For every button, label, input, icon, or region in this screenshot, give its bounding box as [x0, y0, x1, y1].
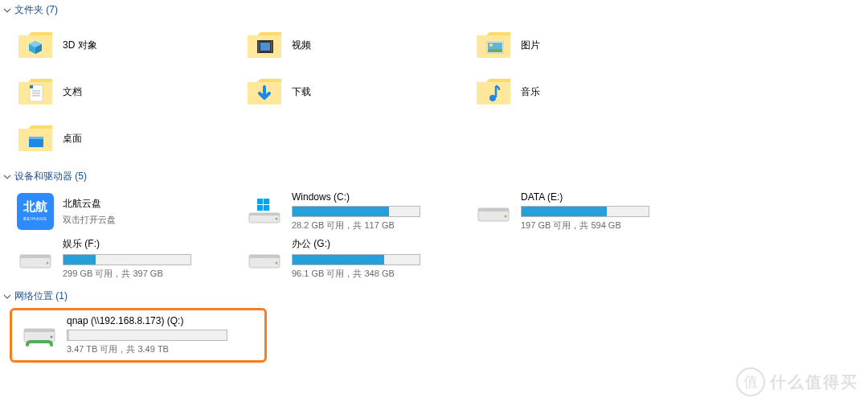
svg-rect-27	[478, 208, 509, 211]
svg-rect-36	[24, 329, 55, 332]
drive-office-g[interactable]: 办公 (G:) 96.1 GB 可用，共 348 GB	[239, 235, 468, 281]
drive-icon	[16, 239, 55, 277]
drive-title: qnap (\\192.168.8.173) (Q:)	[67, 315, 256, 326]
svg-rect-23	[264, 199, 269, 204]
svg-rect-15	[29, 137, 43, 139]
drive-icon	[474, 192, 513, 231]
chevron-down-icon	[3, 293, 11, 301]
svg-point-7	[489, 43, 493, 47]
folder-label: 下载	[284, 85, 311, 99]
drive-usage-bar	[63, 254, 191, 265]
folder-label: 视频	[284, 39, 311, 52]
svg-rect-3	[260, 43, 270, 51]
svg-rect-2	[271, 41, 272, 52]
cloud-app-icon: 北航BEIHANG	[16, 192, 55, 231]
folder-icon-desktop	[16, 119, 55, 158]
svg-point-34	[276, 262, 278, 265]
svg-rect-25	[264, 205, 269, 211]
chevron-down-icon	[3, 173, 11, 181]
svg-rect-9	[30, 85, 33, 88]
folder-label: 文档	[55, 85, 82, 99]
drive-windows-c[interactable]: Windows (C:) 28.2 GB 可用，共 117 GB	[239, 188, 468, 235]
folder-icon-pictures	[474, 26, 513, 64]
drive-status: 299 GB 可用，共 397 GB	[63, 268, 232, 280]
drive-status: 28.2 GB 可用，共 117 GB	[292, 219, 461, 232]
svg-rect-24	[257, 205, 263, 211]
drive-usage-bar	[521, 206, 649, 217]
section-title: 设备和驱动器 (5)	[14, 170, 87, 183]
folder-icon-documents	[16, 72, 55, 111]
folder-documents[interactable]: 文档	[10, 68, 239, 115]
drive-icon	[245, 239, 284, 277]
svg-rect-6	[488, 49, 502, 52]
svg-rect-33	[249, 255, 280, 258]
drive-usage-bar	[67, 330, 227, 341]
folder-pictures[interactable]: 图片	[468, 22, 697, 68]
drive-usage-bar	[292, 206, 420, 217]
svg-rect-30	[20, 255, 51, 258]
drive-title: Windows (C:)	[292, 191, 461, 203]
folder-downloads[interactable]: 下载	[239, 68, 468, 115]
folder-label: 图片	[513, 39, 540, 52]
svg-point-37	[51, 336, 53, 338]
drive-title: 办公 (G:)	[292, 237, 461, 251]
folder-music[interactable]: 音乐	[468, 68, 697, 115]
watermark-text: 什么值得买	[770, 371, 858, 393]
folder-3d-objects[interactable]: 3D 对象	[10, 22, 239, 68]
watermark: 值 什么值得买	[723, 362, 868, 402]
folder-label: 桌面	[55, 132, 82, 146]
svg-rect-20	[249, 213, 280, 215]
highlighted-network-drive: qnap (\\192.168.8.173) (Q:) 3.47 TB 可用，共…	[10, 308, 267, 363]
folder-desktop[interactable]: 桌面	[10, 115, 239, 162]
drive-entertainment-f[interactable]: 娱乐 (F:) 299 GB 可用，共 397 GB	[10, 235, 239, 281]
network-drive-qnap-q[interactable]: qnap (\\192.168.8.173) (Q:) 3.47 TB 可用，共…	[14, 312, 263, 359]
drive-title: DATA (E:)	[521, 191, 690, 203]
folders-section-header[interactable]: 文件夹 (7)	[3, 2, 865, 18]
svg-text:北航: 北航	[23, 199, 47, 213]
svg-point-21	[276, 218, 278, 220]
section-title: 网络位置 (1)	[14, 289, 68, 303]
folder-icon-music	[474, 72, 513, 111]
svg-rect-1	[258, 41, 260, 52]
drives-section-header[interactable]: 设备和驱动器 (5)	[3, 168, 865, 185]
drive-title: 娱乐 (F:)	[63, 237, 232, 251]
drive-status: 197 GB 可用，共 594 GB	[521, 219, 690, 232]
drive-icon-system	[245, 192, 284, 231]
drive-usage-bar	[292, 254, 420, 265]
folder-icon-downloads	[245, 72, 284, 111]
drive-status: 3.47 TB 可用，共 3.49 TB	[67, 343, 256, 355]
svg-point-31	[47, 262, 49, 265]
drive-data-e[interactable]: DATA (E:) 197 GB 可用，共 594 GB	[468, 188, 697, 235]
folder-label: 3D 对象	[55, 39, 97, 52]
network-drive-icon	[20, 316, 59, 355]
svg-point-28	[505, 215, 507, 218]
svg-text:BEIHANG: BEIHANG	[23, 216, 47, 221]
drive-status: 96.1 GB 可用，共 348 GB	[292, 268, 461, 280]
cloud-app-beihang[interactable]: 北航BEIHANG 北航云盘 双击打开云盘	[10, 188, 239, 235]
svg-rect-22	[257, 199, 263, 204]
section-title: 文件夹 (7)	[14, 3, 58, 17]
svg-point-13	[489, 95, 496, 101]
network-section-header[interactable]: 网络位置 (1)	[3, 288, 865, 305]
folder-videos[interactable]: 视频	[239, 22, 468, 68]
watermark-icon: 值	[736, 367, 765, 396]
chevron-down-icon	[3, 6, 11, 14]
folder-icon-video	[245, 26, 284, 64]
app-title: 北航云盘	[63, 197, 232, 211]
app-subtitle: 双击打开云盘	[63, 214, 232, 226]
folder-label: 音乐	[513, 85, 540, 99]
folder-icon-3d	[16, 26, 55, 64]
